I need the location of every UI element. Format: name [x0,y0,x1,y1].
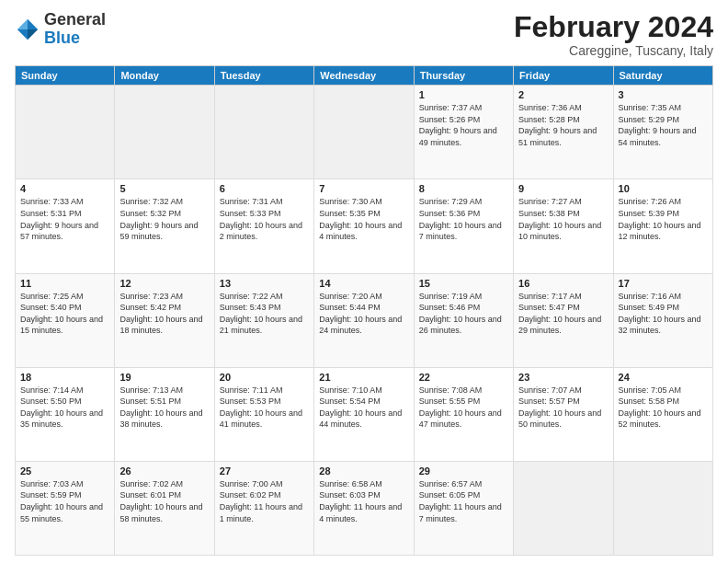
day-number: 21 [319,372,408,383]
day-info: Sunrise: 7:37 AM Sunset: 5:26 PM Dayligh… [419,102,508,148]
day-number: 18 [20,372,109,383]
calendar-cell: 11Sunrise: 7:25 AM Sunset: 5:40 PM Dayli… [16,273,115,367]
day-info: Sunrise: 7:16 AM Sunset: 5:49 PM Dayligh… [619,291,708,337]
calendar-cell: 12Sunrise: 7:23 AM Sunset: 5:42 PM Dayli… [115,273,214,367]
subtitle: Careggine, Tuscany, Italy [514,43,713,58]
day-number: 27 [220,465,309,477]
day-info: Sunrise: 7:19 AM Sunset: 5:46 PM Dayligh… [419,291,508,337]
day-number: 14 [319,278,408,289]
calendar-cell: 22Sunrise: 7:08 AM Sunset: 5:55 PM Dayli… [414,367,513,461]
day-number: 17 [619,278,708,289]
calendar-cell [314,86,414,179]
day-info: Sunrise: 7:22 AM Sunset: 5:43 PM Dayligh… [220,291,309,337]
day-info: Sunrise: 7:29 AM Sunset: 5:36 PM Dayligh… [419,196,508,242]
day-info: Sunrise: 7:03 AM Sunset: 5:59 PM Dayligh… [20,478,109,524]
day-number: 6 [220,183,309,194]
calendar-cell: 16Sunrise: 7:17 AM Sunset: 5:47 PM Dayli… [514,273,613,367]
calendar-week-2: 11Sunrise: 7:25 AM Sunset: 5:40 PM Dayli… [16,273,713,367]
calendar-cell: 2Sunrise: 7:36 AM Sunset: 5:28 PM Daylig… [514,86,613,179]
svg-marker-3 [17,29,28,40]
day-info: Sunrise: 7:23 AM Sunset: 5:42 PM Dayligh… [119,291,209,337]
day-number: 24 [619,372,708,383]
day-number: 12 [119,278,209,289]
day-number: 28 [319,465,408,477]
svg-marker-1 [28,29,38,40]
title-block: February 2024 Careggine, Tuscany, Italy [514,11,713,58]
calendar-cell: 18Sunrise: 7:14 AM Sunset: 5:50 PM Dayli… [16,367,115,461]
calendar-cell: 29Sunrise: 6:57 AM Sunset: 6:05 PM Dayli… [414,461,513,555]
day-info: Sunrise: 7:14 AM Sunset: 5:50 PM Dayligh… [20,385,109,431]
day-info: Sunrise: 7:36 AM Sunset: 5:28 PM Dayligh… [518,102,608,148]
day-info: Sunrise: 7:32 AM Sunset: 5:32 PM Dayligh… [119,196,209,242]
day-number: 19 [119,372,209,383]
calendar-cell [514,461,613,555]
logo-text: General Blue [44,11,106,48]
calendar-cell: 5Sunrise: 7:32 AM Sunset: 5:32 PM Daylig… [115,179,214,273]
calendar-cell: 7Sunrise: 7:30 AM Sunset: 5:35 PM Daylig… [314,179,414,273]
calendar-cell: 1Sunrise: 7:37 AM Sunset: 5:26 PM Daylig… [414,86,513,179]
day-info: Sunrise: 7:17 AM Sunset: 5:47 PM Dayligh… [518,291,608,337]
calendar-cell: 9Sunrise: 7:27 AM Sunset: 5:38 PM Daylig… [514,179,613,273]
calendar-cell: 10Sunrise: 7:26 AM Sunset: 5:39 PM Dayli… [613,179,712,273]
calendar-cell: 3Sunrise: 7:35 AM Sunset: 5:29 PM Daylig… [613,86,712,179]
weekday-header-wednesday: Wednesday [314,66,414,86]
svg-marker-2 [17,19,28,29]
calendar-cell [214,86,313,179]
main-title: February 2024 [514,11,713,43]
day-number: 8 [419,183,508,194]
calendar-table: SundayMondayTuesdayWednesdayThursdayFrid… [15,65,713,556]
day-info: Sunrise: 7:30 AM Sunset: 5:35 PM Dayligh… [319,196,408,242]
calendar-cell: 25Sunrise: 7:03 AM Sunset: 5:59 PM Dayli… [16,461,115,555]
header: General Blue February 2024 Careggine, Tu… [15,11,713,58]
day-number: 4 [20,183,109,194]
weekday-header-monday: Monday [115,66,214,86]
calendar-cell: 21Sunrise: 7:10 AM Sunset: 5:54 PM Dayli… [314,367,414,461]
calendar-week-4: 25Sunrise: 7:03 AM Sunset: 5:59 PM Dayli… [16,461,713,555]
day-info: Sunrise: 7:07 AM Sunset: 5:57 PM Dayligh… [518,385,608,431]
weekday-header-saturday: Saturday [613,66,712,86]
calendar-cell: 17Sunrise: 7:16 AM Sunset: 5:49 PM Dayli… [613,273,712,367]
calendar-cell: 15Sunrise: 7:19 AM Sunset: 5:46 PM Dayli… [414,273,513,367]
day-info: Sunrise: 6:57 AM Sunset: 6:05 PM Dayligh… [419,478,508,524]
calendar-cell: 28Sunrise: 6:58 AM Sunset: 6:03 PM Dayli… [314,461,414,555]
day-number: 26 [119,465,209,477]
logo: General Blue [15,11,106,48]
weekday-header-tuesday: Tuesday [214,66,313,86]
day-info: Sunrise: 7:35 AM Sunset: 5:29 PM Dayligh… [619,102,708,148]
day-number: 25 [20,465,109,477]
day-info: Sunrise: 7:33 AM Sunset: 5:31 PM Dayligh… [20,196,109,242]
calendar-week-3: 18Sunrise: 7:14 AM Sunset: 5:50 PM Dayli… [16,367,713,461]
calendar-body: 1Sunrise: 7:37 AM Sunset: 5:26 PM Daylig… [16,86,713,556]
day-number: 13 [220,278,309,289]
day-number: 20 [220,372,309,383]
calendar-header: SundayMondayTuesdayWednesdayThursdayFrid… [16,66,713,86]
day-number: 22 [419,372,508,383]
day-info: Sunrise: 7:08 AM Sunset: 5:55 PM Dayligh… [419,385,508,431]
calendar-cell: 26Sunrise: 7:02 AM Sunset: 6:01 PM Dayli… [115,461,214,555]
day-number: 10 [619,183,708,194]
calendar-cell: 24Sunrise: 7:05 AM Sunset: 5:58 PM Dayli… [613,367,712,461]
day-info: Sunrise: 7:11 AM Sunset: 5:53 PM Dayligh… [220,385,309,431]
weekday-header-thursday: Thursday [414,66,513,86]
day-number: 29 [419,465,508,477]
calendar-cell [16,86,115,179]
logo-blue: Blue [44,29,80,47]
weekday-header-sunday: Sunday [16,66,115,86]
day-info: Sunrise: 6:58 AM Sunset: 6:03 PM Dayligh… [319,478,408,524]
day-info: Sunrise: 7:02 AM Sunset: 6:01 PM Dayligh… [119,478,209,524]
calendar-cell: 8Sunrise: 7:29 AM Sunset: 5:36 PM Daylig… [414,179,513,273]
calendar-week-1: 4Sunrise: 7:33 AM Sunset: 5:31 PM Daylig… [16,179,713,273]
day-number: 11 [20,278,109,289]
day-number: 23 [518,372,608,383]
calendar-cell: 14Sunrise: 7:20 AM Sunset: 5:44 PM Dayli… [314,273,414,367]
weekday-header-friday: Friday [514,66,613,86]
day-info: Sunrise: 7:10 AM Sunset: 5:54 PM Dayligh… [319,385,408,431]
calendar-week-0: 1Sunrise: 7:37 AM Sunset: 5:26 PM Daylig… [16,86,713,179]
weekday-header-row: SundayMondayTuesdayWednesdayThursdayFrid… [16,66,713,86]
day-info: Sunrise: 7:13 AM Sunset: 5:51 PM Dayligh… [119,385,209,431]
day-number: 15 [419,278,508,289]
day-info: Sunrise: 7:05 AM Sunset: 5:58 PM Dayligh… [619,385,708,431]
day-info: Sunrise: 7:26 AM Sunset: 5:39 PM Dayligh… [619,196,708,242]
calendar-cell: 4Sunrise: 7:33 AM Sunset: 5:31 PM Daylig… [16,179,115,273]
day-info: Sunrise: 7:25 AM Sunset: 5:40 PM Dayligh… [20,291,109,337]
